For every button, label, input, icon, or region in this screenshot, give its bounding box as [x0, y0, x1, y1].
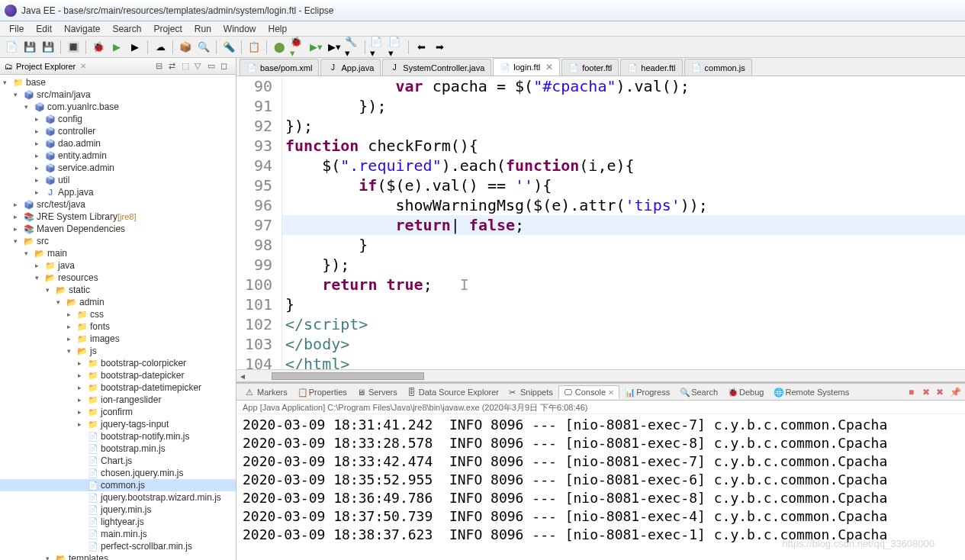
expand-arrow-icon[interactable]: ▸	[67, 323, 76, 330]
expand-arrow-icon[interactable]: ▾	[46, 286, 55, 294]
editor-tab[interactable]: 📄header.ftl	[620, 59, 682, 76]
code-line[interactable]: function checkForm(){	[282, 136, 965, 156]
close-tab-icon[interactable]: ✕	[545, 62, 553, 72]
tree-node[interactable]: ▸bootstrap-datetimepicker	[0, 381, 236, 394]
expand-arrow-icon[interactable]: ▾	[67, 347, 76, 355]
tree-node[interactable]: ▾src	[0, 235, 236, 247]
expand-arrow-icon[interactable]: ▸	[14, 225, 23, 233]
tree-node[interactable]: ▸Maven Dependencies	[0, 223, 236, 235]
tree-node[interactable]: Chart.js	[0, 455, 236, 467]
tree-node[interactable]: ▸css	[0, 308, 236, 320]
code-lines[interactable]: var cpacha = $("#cpacha").val(); });});f…	[282, 76, 965, 369]
panel-tab-properties[interactable]: 📋Properties	[293, 386, 352, 398]
menu-run[interactable]: Run	[188, 22, 217, 36]
expand-arrow-icon[interactable]: ▾	[14, 91, 23, 98]
view-menu-icon[interactable]: ▽	[195, 61, 205, 72]
expand-arrow-icon[interactable]: ▸	[78, 384, 87, 391]
panel-tab-data-source-explorer[interactable]: 🗄Data Source Explorer	[403, 386, 503, 398]
expand-arrow-icon[interactable]: ▸	[35, 115, 44, 123]
expand-arrow-icon[interactable]: ▾	[56, 298, 66, 306]
console-output[interactable]: 2020-03-09 18:31:41.242 INFO 8096 --- [n…	[236, 414, 965, 560]
tree-node[interactable]: ▾static	[0, 284, 236, 296]
expand-arrow-icon[interactable]: ▸	[35, 262, 44, 269]
expand-arrow-icon[interactable]: ▸	[35, 164, 44, 172]
run-dropdown-button[interactable]: ▶▾	[307, 39, 324, 56]
search-button[interactable]: 🔦	[220, 39, 237, 56]
panel-tab-console[interactable]: 🖵Console ✕	[558, 385, 619, 399]
expand-arrow-icon[interactable]: ▾	[24, 249, 34, 257]
code-line[interactable]: if($(e).val() == ''){	[282, 175, 965, 195]
tree-node[interactable]: main.min.js	[0, 528, 236, 540]
expand-arrow-icon[interactable]: ▾	[24, 103, 34, 111]
expand-arrow-icon[interactable]: ▸	[14, 201, 23, 208]
code-line[interactable]: </html>	[282, 354, 965, 369]
tree-node[interactable]: bootstrap-notify.min.js	[0, 430, 236, 443]
code-line[interactable]: });	[282, 96, 965, 116]
code-line[interactable]: </body>	[282, 334, 965, 354]
panel-tab-servers[interactable]: 🖥Servers	[352, 386, 402, 398]
tab-close-icon[interactable]: ✕	[80, 62, 86, 70]
collapse-all-icon[interactable]: ⊟	[156, 61, 166, 72]
scrollbar-thumb[interactable]	[272, 372, 424, 380]
scroll-left-icon[interactable]: ◂	[236, 371, 249, 381]
link-editor-icon[interactable]: ⇄	[169, 61, 179, 72]
save-all-button[interactable]: 💾	[40, 39, 56, 56]
tree-node[interactable]: bootstrap.min.js	[0, 443, 236, 455]
back-button[interactable]: ⬅	[413, 39, 429, 56]
code-line[interactable]: $(".required").each(function(i,e){	[282, 156, 965, 175]
new-test-button[interactable]: 📄▾	[388, 39, 404, 56]
focus-icon[interactable]: ⬚	[182, 61, 192, 72]
tree-node[interactable]: ▸JRE System Library [jre8]	[0, 211, 236, 223]
expand-arrow-icon[interactable]: ▸	[67, 335, 76, 343]
code-line[interactable]: showWarningMsg($(e).attr('tips'));	[282, 195, 965, 215]
tree-node[interactable]: ▸App.java	[0, 186, 236, 198]
tree-node[interactable]: ▾resources	[0, 272, 236, 284]
expand-arrow-icon[interactable]: ▸	[35, 127, 44, 135]
tree-node[interactable]: ▾templates	[0, 552, 236, 560]
expand-arrow-icon[interactable]: ▾	[3, 79, 12, 86]
tree-node[interactable]: ▸controller	[0, 125, 236, 137]
tree-node[interactable]: ▸bootstrap-datepicker	[0, 369, 236, 381]
expand-arrow-icon[interactable]: ▸	[78, 396, 87, 404]
tree-node[interactable]: ▸jquery-tags-input	[0, 418, 236, 430]
menu-search[interactable]: Search	[106, 22, 147, 36]
save-button[interactable]: 💾	[21, 39, 38, 56]
tree-node[interactable]: ▸service.admin	[0, 162, 236, 174]
tree-node[interactable]: common.js	[0, 479, 236, 491]
new-class-button[interactable]: 📄▾	[369, 39, 386, 56]
code-line[interactable]: }	[282, 235, 965, 255]
tree-node[interactable]: ▾src/main/java	[0, 89, 236, 101]
run-last-button[interactable]: ▶	[127, 39, 143, 56]
tree-node[interactable]: jquery.bootstrap.wizard.min.js	[0, 491, 236, 504]
expand-arrow-icon[interactable]: ▸	[14, 213, 23, 220]
close-icon[interactable]: ✕	[608, 388, 614, 397]
expand-arrow-icon[interactable]: ▸	[35, 176, 44, 184]
code-line[interactable]: }	[282, 294, 965, 314]
tree-node[interactable]: chosen.jquery.min.js	[0, 467, 236, 479]
toggle-button[interactable]: 🔳	[65, 39, 82, 56]
code-line[interactable]: });	[282, 255, 965, 275]
code-line[interactable]: });	[282, 116, 965, 136]
expand-arrow-icon[interactable]: ▸	[78, 408, 87, 416]
tree-node[interactable]: ▸src/test/java	[0, 198, 236, 211]
editor-tab[interactable]: JSystemController.java	[382, 59, 491, 76]
tree-node[interactable]: perfect-scrollbar.min.js	[0, 540, 236, 552]
format-button[interactable]: 📋	[246, 39, 262, 56]
minimize-icon[interactable]: ▭	[207, 61, 218, 72]
code-line[interactable]: return| false;	[282, 215, 965, 235]
expand-arrow-icon[interactable]: ▸	[78, 359, 87, 367]
debug-dropdown-button[interactable]: 🐞▾	[289, 39, 306, 56]
expand-arrow-icon[interactable]: ▸	[78, 372, 87, 379]
tree-node[interactable]: ▸fonts	[0, 320, 236, 333]
editor-tab[interactable]: 📄base/pom.xml	[240, 59, 319, 76]
expand-arrow-icon[interactable]: ▸	[35, 188, 44, 196]
tree-node[interactable]: ▸java	[0, 259, 236, 272]
horizontal-scrollbar[interactable]: ◂	[236, 369, 965, 381]
terminate-button[interactable]: ■	[909, 387, 919, 397]
tree-node[interactable]: ▸util	[0, 174, 236, 186]
expand-arrow-icon[interactable]: ▾	[35, 274, 44, 282]
expand-arrow-icon[interactable]: ▸	[78, 420, 87, 428]
menu-window[interactable]: Window	[217, 22, 262, 36]
code-editor[interactable]: 90919293949596979899100101102103104 var …	[236, 76, 965, 369]
debug-button[interactable]: 🐞	[90, 39, 107, 56]
